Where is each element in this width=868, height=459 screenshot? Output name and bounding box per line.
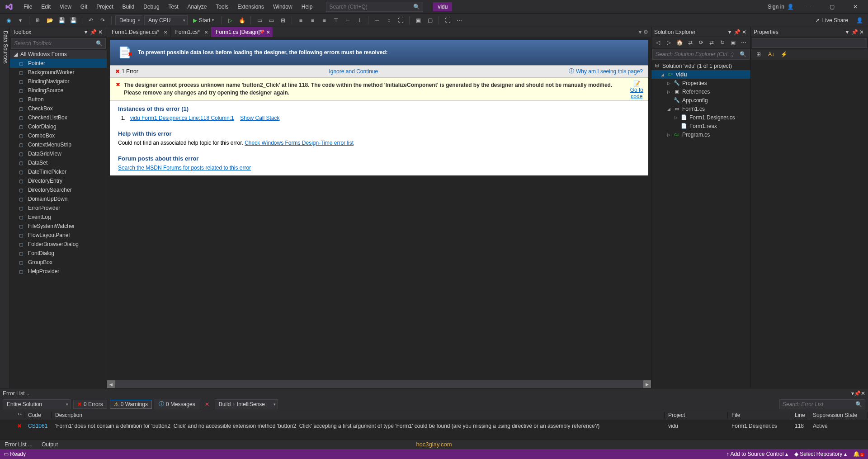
errorlist-search-input[interactable] xyxy=(783,401,855,407)
more-icon[interactable]: ⋯ xyxy=(740,38,748,47)
nav-back-icon[interactable]: ◉ xyxy=(4,15,14,25)
panel-dropdown-icon[interactable]: ▾ xyxy=(82,29,90,35)
toolbox-search-input[interactable] xyxy=(14,40,96,47)
toolbox-item[interactable]: ▢DirectorySearcher xyxy=(10,185,107,194)
solution-search-input[interactable] xyxy=(656,51,740,57)
why-link[interactable]: Why am I seeing this page? xyxy=(576,68,643,75)
toolbox-item[interactable]: ▢Pointer xyxy=(10,59,107,68)
pin-icon[interactable]: 📌 xyxy=(851,29,858,35)
panel-dropdown-icon[interactable]: ▾ xyxy=(844,29,851,35)
toolbox-item[interactable]: ▢DataSet xyxy=(10,158,107,167)
align-top-icon[interactable]: ⊤ xyxy=(331,15,341,25)
toolbox-item[interactable]: ▢CheckBox xyxy=(10,104,107,113)
horizontal-scrollbar[interactable]: ◀ ▶ xyxy=(107,380,651,388)
align-bot-icon[interactable]: ⊥ xyxy=(354,15,364,25)
errors-filter[interactable]: ✖0 Errors xyxy=(73,400,107,409)
config-combo[interactable]: Debug xyxy=(115,15,142,25)
layout-icon-1[interactable]: ▭ xyxy=(255,15,264,25)
menu-build[interactable]: Build xyxy=(118,2,139,12)
col-line[interactable]: Line xyxy=(791,412,809,418)
goto-code-link[interactable]: 📝 Go tocode xyxy=(630,80,643,99)
toolbox-item[interactable]: ▢DataGridView xyxy=(10,149,107,158)
menu-window[interactable]: Window xyxy=(269,2,297,12)
menu-tools[interactable]: Tools xyxy=(211,2,233,12)
toolbox-item[interactable]: ▢DirectoryEntry xyxy=(10,176,107,185)
start-button[interactable]: ▶ Start ▾ xyxy=(189,15,217,25)
help-link[interactable]: Check Windows Forms Design-Time error li… xyxy=(245,140,354,146)
menu-extensions[interactable]: Extensions xyxy=(233,2,269,12)
menu-view[interactable]: View xyxy=(55,2,76,12)
properties-object-combo[interactable] xyxy=(752,38,867,48)
redo-icon[interactable]: ↷ xyxy=(98,15,108,25)
build-intellisense-combo[interactable]: Build + IntelliSense xyxy=(215,399,278,409)
toolbox-search[interactable]: 🔍 xyxy=(11,38,106,49)
col-code[interactable]: Code xyxy=(24,412,52,418)
tree-project-node[interactable]: ◢C#vidu xyxy=(651,70,750,79)
pin-icon[interactable]: 📌 xyxy=(90,29,97,35)
clear-filter-icon[interactable]: ✕ xyxy=(202,399,212,409)
collapse-icon[interactable]: ▣ xyxy=(729,38,737,47)
tree-solution-node[interactable]: ⛁Solution 'vidu' (1 of 1 project) xyxy=(651,62,750,70)
scroll-left-icon[interactable]: ◀ xyxy=(107,380,115,388)
col-file[interactable]: File xyxy=(728,412,791,418)
menu-analyze[interactable]: Analyze xyxy=(183,2,212,12)
col-project[interactable]: Project xyxy=(665,412,728,418)
source-control-button[interactable]: ↑ Add to Source Control ▴ xyxy=(726,451,788,457)
document-tab[interactable]: Form1.Designer.cs*✕ xyxy=(107,27,170,37)
toolbox-item[interactable]: ▢FolderBrowserDialog xyxy=(10,240,107,249)
back-icon[interactable]: ◁ xyxy=(654,38,662,47)
menu-test[interactable]: Test xyxy=(164,2,183,12)
close-icon[interactable]: ✕ xyxy=(266,30,270,35)
signin-button[interactable]: Sign in 👤 xyxy=(768,4,794,10)
toolbox-item[interactable]: ▢ColorDialog xyxy=(10,122,107,131)
tree-item[interactable]: 📄Form1.resx xyxy=(651,122,750,130)
align-mid-icon[interactable]: ⊢ xyxy=(343,15,353,25)
toolbox-item[interactable]: ▢HelpProvider xyxy=(10,267,107,276)
panel-close-icon[interactable]: ✕ xyxy=(861,390,865,397)
undo-icon[interactable]: ↶ xyxy=(86,15,96,25)
tab-gear-icon[interactable]: ⚙ xyxy=(643,29,648,35)
messages-filter[interactable]: ⓘ0 Messages xyxy=(155,399,199,409)
toolbox-item[interactable]: ▢FileSystemWatcher xyxy=(10,222,107,231)
filter-icon[interactable]: ⟳ xyxy=(697,38,705,47)
align-right-icon[interactable]: ≡ xyxy=(319,15,329,25)
left-rail-tab[interactable]: Data Sources xyxy=(0,27,10,388)
panel-close-icon[interactable]: ✕ xyxy=(741,29,748,35)
toolbox-item[interactable]: ▢Button xyxy=(10,95,107,104)
solution-search[interactable]: 🔍 xyxy=(652,49,750,60)
pin-icon[interactable]: 📌 xyxy=(733,29,741,35)
tab-dropdown-icon[interactable]: ▾ xyxy=(639,29,642,35)
toolbox-item[interactable]: ▢ComboBox xyxy=(10,131,107,140)
toolbox-item[interactable]: ▢EventLog xyxy=(10,213,107,222)
switch-icon[interactable]: ⇄ xyxy=(686,38,694,47)
start-wo-debug-icon[interactable]: ▷ xyxy=(225,15,235,25)
toolbox-item[interactable]: ▢CheckedListBox xyxy=(10,113,107,122)
maximize-button[interactable]: ▢ xyxy=(823,0,841,13)
menu-edit[interactable]: Edit xyxy=(37,2,55,12)
pin-icon[interactable]: 📌 xyxy=(259,30,264,34)
platform-combo[interactable]: Any CPU xyxy=(144,15,188,25)
scope-combo[interactable]: Entire Solution xyxy=(3,399,71,409)
col-state[interactable]: Suppression State xyxy=(809,412,868,418)
quick-launch-search[interactable]: 🔍 xyxy=(326,2,423,12)
menu-project[interactable]: Project xyxy=(92,2,118,12)
tab-output[interactable]: Output xyxy=(37,440,62,449)
save-all-icon[interactable]: 💾 xyxy=(68,15,78,25)
instance-link[interactable]: vidu Form1.Designer.cs Line:118 Column:1 xyxy=(130,115,234,121)
toolbox-item[interactable]: ▢BindingNavigator xyxy=(10,77,107,86)
sync-icon[interactable]: ⇄ xyxy=(708,38,716,47)
events-icon[interactable]: ⚡ xyxy=(779,49,789,59)
home-icon[interactable]: 🏠 xyxy=(675,38,684,47)
col-description[interactable]: Description xyxy=(52,412,665,418)
toolbox-item[interactable]: ▢DateTimePicker xyxy=(10,167,107,176)
hspace-icon[interactable]: ↔ xyxy=(372,15,382,25)
close-button[interactable]: ✕ xyxy=(846,0,864,13)
search-input[interactable] xyxy=(329,4,413,10)
align-center-icon[interactable]: ≡ xyxy=(307,15,317,25)
document-tab[interactable]: Form1.cs*✕ xyxy=(170,27,211,37)
bring-front-icon[interactable]: ▣ xyxy=(413,15,423,25)
warnings-filter[interactable]: ⚠0 Warnings xyxy=(110,400,152,409)
toolbox-item[interactable]: ▢FlowLayoutPanel xyxy=(10,231,107,240)
nav-fwd-icon[interactable]: ▾ xyxy=(15,15,25,25)
document-tab[interactable]: Form1.cs [Design]*📌✕ xyxy=(211,27,273,37)
